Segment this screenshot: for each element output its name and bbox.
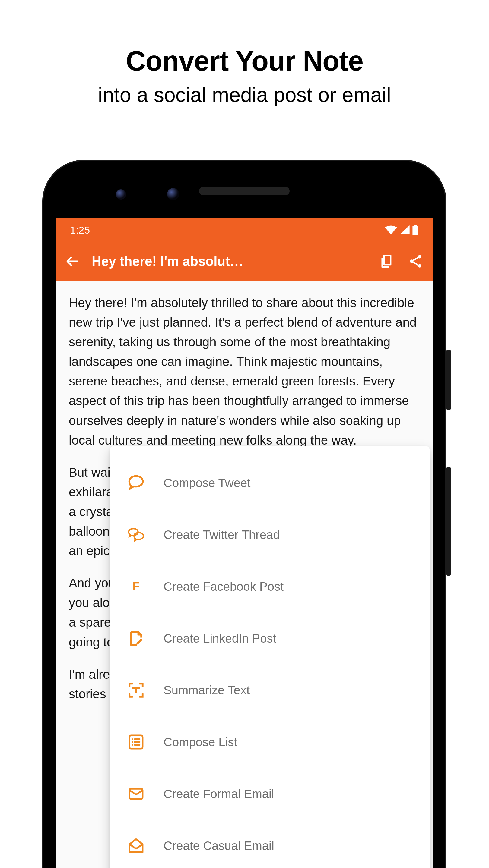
menu-item-label: Create Facebook Post <box>164 580 284 593</box>
share-icon <box>408 253 424 269</box>
convert-menu: Compose Tweet Create Twitter Thread F Cr… <box>110 446 430 868</box>
menu-item-label: Summarize Text <box>164 684 250 697</box>
menu-item-label: Create Twitter Thread <box>164 528 280 541</box>
phone-bezel: 1:25 Hey there! I'm absolut… <box>56 173 433 868</box>
promo-title-bold: Convert Your Note <box>0 45 489 77</box>
phone-side-button <box>447 467 451 576</box>
note-paragraph: Hey there! I'm absolutely thrilled to sh… <box>69 293 420 450</box>
menu-item-linkedin-post[interactable]: Create LinkedIn Post <box>110 613 430 664</box>
menu-item-label: Create Casual Email <box>164 839 274 852</box>
phone-camera <box>116 189 126 199</box>
phone-speaker <box>199 187 290 195</box>
svg-point-2 <box>418 264 421 268</box>
copy-icon <box>379 253 395 269</box>
note-edit-icon <box>127 629 145 648</box>
text-scan-icon <box>127 681 145 700</box>
back-button[interactable] <box>64 254 81 269</box>
wifi-icon <box>385 225 397 235</box>
menu-item-compose-tweet[interactable]: Compose Tweet <box>110 457 430 509</box>
phone-frame: 1:25 Hey there! I'm absolut… <box>42 160 447 868</box>
phone-camera <box>167 188 179 200</box>
status-clock: 1:25 <box>70 224 385 236</box>
speech-bubbles-icon <box>127 525 145 544</box>
app-bar: Hey there! I'm absolut… <box>56 242 433 281</box>
svg-point-0 <box>418 255 421 258</box>
speech-bubble-icon <box>127 473 145 492</box>
battery-icon <box>412 225 419 235</box>
letter-f-icon: F <box>127 577 145 596</box>
menu-item-label: Create Formal Email <box>164 787 274 801</box>
promo-heading: Convert Your Note into a social media po… <box>0 45 489 106</box>
app-header: 1:25 Hey there! I'm absolut… <box>56 218 433 281</box>
menu-item-summarize-text[interactable]: Summarize Text <box>110 664 430 716</box>
envelope-closed-icon <box>127 784 145 803</box>
copy-button[interactable] <box>378 253 396 269</box>
menu-item-twitter-thread[interactable]: Create Twitter Thread <box>110 509 430 561</box>
envelope-open-icon <box>127 836 145 855</box>
promo-title-reg: into a social media post or email <box>0 83 489 106</box>
page-title: Hey there! I'm absolut… <box>92 254 367 269</box>
status-icons <box>385 225 419 235</box>
status-bar: 1:25 <box>56 218 433 242</box>
share-button[interactable] <box>407 253 425 269</box>
arrow-left-icon <box>65 254 80 269</box>
svg-point-1 <box>410 259 413 263</box>
menu-item-facebook-post[interactable]: F Create Facebook Post <box>110 561 430 613</box>
menu-item-label: Compose Tweet <box>164 476 250 490</box>
phone-side-button <box>447 350 451 410</box>
list-box-icon <box>127 733 145 751</box>
cellular-icon <box>399 225 410 235</box>
menu-item-formal-email[interactable]: Create Formal Email <box>110 768 430 820</box>
menu-item-label: Compose List <box>164 735 237 749</box>
phone-screen: 1:25 Hey there! I'm absolut… <box>56 218 433 868</box>
menu-item-compose-list[interactable]: Compose List <box>110 716 430 768</box>
menu-item-casual-email[interactable]: Create Casual Email <box>110 820 430 868</box>
menu-item-label: Create LinkedIn Post <box>164 632 276 645</box>
